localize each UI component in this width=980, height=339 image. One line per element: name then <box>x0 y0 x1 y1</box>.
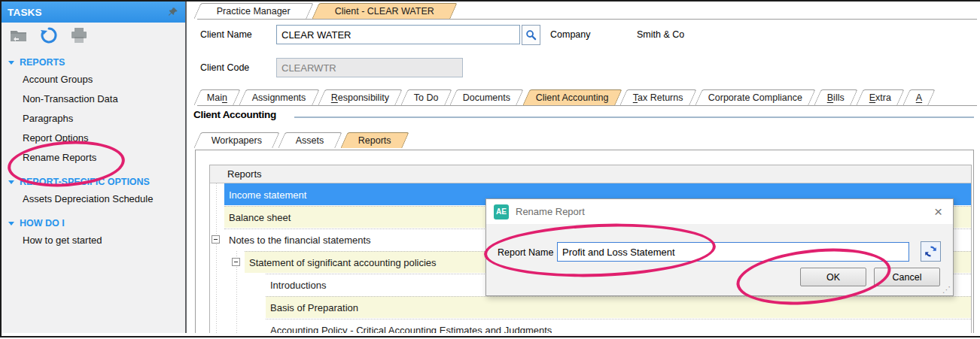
tree-gutter <box>210 296 266 318</box>
tab-a[interactable]: A <box>902 89 936 105</box>
tab-label: Client - CLEAR WATER <box>316 4 453 19</box>
tree-gutter <box>210 229 224 250</box>
sidebar-section-report-specific-options[interactable]: REPORT-SPECIFIC OPTIONS <box>2 174 185 189</box>
tab-assignments[interactable]: Assignments <box>239 89 319 105</box>
sidebar-item-rename-reports[interactable]: Rename Reports <box>2 148 185 168</box>
grid-column-header[interactable]: Reports <box>210 165 971 183</box>
tab-label: Practice Manager <box>198 4 309 19</box>
tab-bills[interactable]: Bills <box>814 89 857 105</box>
tree-gutter <box>210 206 224 228</box>
rename-report-dialog: AE Rename Report × Report Name OK Cancel… <box>485 198 954 296</box>
tab-responsibility[interactable]: Responsibility <box>318 89 402 105</box>
collapse-triangle-icon <box>8 222 14 225</box>
search-icon <box>525 29 537 41</box>
tab-documents[interactable]: Documents <box>450 89 525 105</box>
refresh-icon <box>924 245 937 258</box>
table-row[interactable]: Accounting Policy - Critical Accounting … <box>210 319 971 333</box>
print-icon[interactable] <box>69 26 89 44</box>
tree-gutter <box>210 183 224 205</box>
collapse-triangle-icon <box>8 180 14 184</box>
tab-label: Bills <box>818 90 854 105</box>
tab-label: Responsibility <box>321 90 397 105</box>
tree-gutter <box>210 319 266 333</box>
tasks-titlebar: TASKS <box>2 2 185 23</box>
tab-extra[interactable]: Extra <box>856 89 905 105</box>
tab-label: Assets <box>282 133 338 148</box>
dialog-title: Rename Report <box>516 206 585 217</box>
tasks-title: TASKS <box>8 7 42 18</box>
client-name-label: Client Name <box>200 29 252 40</box>
tab-workpapers[interactable]: Workpapers <box>193 132 280 148</box>
section-heading: Client Accounting <box>193 109 276 120</box>
client-code-label: Client Code <box>200 62 249 73</box>
tab-tax-returns[interactable]: Tax Returns <box>620 89 697 105</box>
report-name-label: Report Name <box>498 247 553 258</box>
client-name-input[interactable] <box>276 25 520 44</box>
sidebar-section-reports[interactable]: REPORTS <box>2 55 185 70</box>
tab-main[interactable]: Main <box>193 89 240 105</box>
resize-grip-icon[interactable]: ⋰ <box>942 285 951 295</box>
app-window: TASKS REPORTSAccount GroupsNon-Transacti… <box>0 0 980 337</box>
search-button[interactable] <box>522 25 540 45</box>
sidebar-item-paragraphs[interactable]: Paragraphs <box>2 109 185 129</box>
tab-client-clear-water[interactable]: Client - CLEAR WATER <box>312 3 457 19</box>
sidebar-item-how-to-get-started[interactable]: How to get started <box>2 231 185 250</box>
cancel-button[interactable]: Cancel <box>874 268 940 286</box>
close-icon[interactable]: × <box>931 204 945 219</box>
tasks-toolbar <box>2 23 185 48</box>
tab-label: Corporate Compliance <box>699 90 811 105</box>
tab-label: Reports <box>344 133 404 148</box>
app-logo-icon: AE <box>494 204 509 219</box>
tab-corporate-compliance[interactable]: Corporate Compliance <box>695 89 815 105</box>
accounting-subtabs: WorkpapersAssetsReports <box>197 132 977 148</box>
sidebar-sections: REPORTSAccount GroupsNon-Transaction Dat… <box>2 55 185 250</box>
table-row[interactable]: Basis of Preparation <box>210 296 971 319</box>
sidebar-section-how-do-i[interactable]: HOW DO I <box>2 216 185 231</box>
sidebar-item-account-groups[interactable]: Account Groups <box>2 70 185 89</box>
workspace-tabs: Practice ManagerClient - CLEAR WATER <box>197 3 977 20</box>
tab-label: Documents <box>454 90 519 105</box>
refresh-button[interactable] <box>921 241 941 262</box>
tree-gutter <box>210 274 266 295</box>
tab-label: Assignments <box>243 90 315 105</box>
pin-icon[interactable] <box>167 3 179 21</box>
collapse-triangle-icon <box>8 61 14 65</box>
tree-gutter <box>210 251 245 273</box>
screenshot-root: TASKS REPORTSAccount GroupsNon-Transacti… <box>0 0 980 339</box>
tab-practice-manager[interactable]: Practice Manager <box>193 3 313 19</box>
sidebar-section-label: REPORTS <box>20 57 65 68</box>
dialog-titlebar[interactable]: AE Rename Report × <box>486 199 953 224</box>
sidebar-section-label: HOW DO I <box>20 218 65 229</box>
tab-label: Main <box>198 90 236 105</box>
open-folder-icon[interactable] <box>9 26 29 44</box>
company-label: Company <box>550 29 591 40</box>
tasks-sidebar: TASKS REPORTSAccount GroupsNon-Transacti… <box>2 2 187 333</box>
refresh-icon[interactable] <box>39 26 59 44</box>
sidebar-item-non-transaction-data[interactable]: Non-Transaction Data <box>2 89 185 109</box>
tab-label: Tax Returns <box>624 90 692 105</box>
tab-to-do[interactable]: To Do <box>400 89 452 105</box>
sidebar-item-report-options[interactable]: Report Options <box>2 129 185 148</box>
tab-client-accounting[interactable]: Client Accounting <box>522 89 622 105</box>
tab-label: Workpapers <box>198 133 275 148</box>
report-row-accounting-policy-critical-accounting-estimates-and-judgments[interactable]: Accounting Policy - Critical Accounting … <box>266 319 971 333</box>
report-name-input[interactable] <box>557 242 909 262</box>
tab-label: Extra <box>860 90 900 105</box>
client-code-input <box>276 58 463 77</box>
company-value: Smith & Co <box>637 29 684 40</box>
report-row-basis-of-preparation[interactable]: Basis of Preparation <box>266 296 971 318</box>
collapse-minus-icon[interactable] <box>232 258 240 266</box>
collapse-minus-icon[interactable] <box>212 235 220 244</box>
sidebar-section-label: REPORT-SPECIFIC OPTIONS <box>20 177 150 187</box>
section-rule <box>294 117 974 118</box>
tab-label: A <box>907 90 931 105</box>
tab-label: To Do <box>405 90 448 105</box>
ok-button[interactable]: OK <box>800 268 866 286</box>
tab-reports[interactable]: Reports <box>340 132 409 148</box>
tab-label: Client Accounting <box>526 90 617 105</box>
tab-assets[interactable]: Assets <box>278 132 342 148</box>
sidebar-item-assets-depreciation-schedule[interactable]: Assets Depreciation Schedule <box>2 189 185 209</box>
client-tabs: MainAssignmentsResponsibilityTo DoDocume… <box>197 89 977 106</box>
